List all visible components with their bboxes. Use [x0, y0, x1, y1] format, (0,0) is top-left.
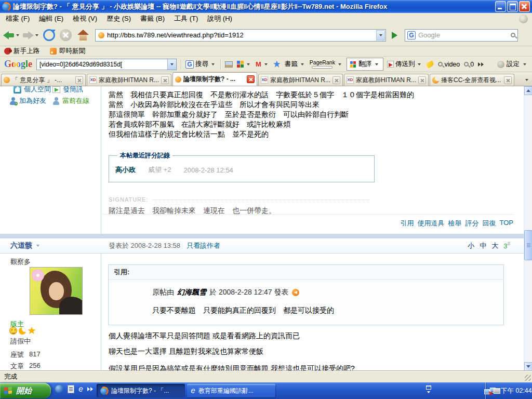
bookmark-latest-news[interactable]: 即時新聞 [50, 47, 85, 56]
resize-grip[interactable] [525, 375, 531, 381]
search-icon[interactable] [511, 33, 515, 37]
menu-view[interactable]: 檢視 (V) [68, 13, 102, 24]
menu-tools[interactable]: 工具 (T) [169, 13, 203, 24]
toolbar-overflow-chevron[interactable] [478, 62, 484, 66]
reload-button[interactable] [43, 29, 55, 41]
user-stat-seat: 座號 817 [10, 350, 41, 360]
find-word-button[interactable]: video [438, 61, 460, 68]
tab-opinion-share[interactable]: 「 意見分享 」 -... [1, 74, 86, 86]
menu-edit[interactable]: 編輯 (E) [34, 13, 68, 24]
google-search-box[interactable]: Google [405, 29, 518, 42]
tab-label: 家庭教師HITMAN R... [270, 76, 330, 85]
address-bar[interactable]: http://bbs.tw789.net/viewthread.php?tid=… [95, 29, 386, 42]
only-author-link[interactable]: 只看該作者 [187, 241, 220, 250]
address-dropdown-button[interactable] [376, 30, 385, 41]
quick-launch-ie-icon[interactable] [78, 385, 83, 393]
maximize-button[interactable] [507, 1, 518, 12]
tab-close-icon[interactable] [161, 76, 169, 84]
font-size-large[interactable]: 大 [491, 241, 498, 250]
status-online: 當前在線 [52, 96, 89, 105]
avatar[interactable] [30, 267, 83, 315]
reply-link[interactable]: 回復 [483, 219, 496, 228]
url-text[interactable]: http://bbs.tw789.net/viewthread.php?tid=… [107, 31, 374, 39]
vertical-scrollbar[interactable] [524, 86, 532, 371]
font-size-medium[interactable]: 中 [480, 241, 486, 250]
post-username[interactable]: 六道骸 [0, 241, 102, 250]
tab-hitman-2[interactable]: 家庭教師HITMAN R... [258, 74, 343, 86]
close-button[interactable] [519, 1, 530, 12]
start-button[interactable]: 開始 [0, 383, 51, 398]
top-link[interactable]: TOP [500, 219, 514, 228]
quick-launch-overflow-chevron[interactable] [87, 387, 93, 391]
google-query-value[interactable]: [video=0]26d6429d69d8315d[ [37, 61, 167, 68]
back-dropdown-icon[interactable] [16, 34, 19, 36]
tab-word-limit-active[interactable]: 論壇限制字數? - ... [172, 72, 257, 86]
gmail-m-icon [256, 60, 261, 68]
tab-close-icon[interactable] [247, 75, 255, 83]
tab-close-icon[interactable] [75, 76, 83, 84]
title-bar: 論壇限制字數? - 「 意見分享 」 - 小政娛樂論壇 -- 寵物‖遊戲‖文學‖… [0, 0, 532, 13]
star-bookmark-button[interactable] [273, 61, 281, 68]
scroll-down-button[interactable] [524, 362, 532, 371]
back-button[interactable] [3, 31, 21, 39]
gtoolbar-settings[interactable]: 設定 [497, 60, 528, 69]
menu-file[interactable]: 檔案 (F) [1, 13, 34, 24]
user-title: 觀察多 [10, 257, 31, 267]
post-text-line: 當然 我相信只要真正想回復 不是敷衍灌水的話 字數要低於５個字 １０個字是相當困… [109, 90, 524, 100]
menu-help[interactable]: 說明 (H) [203, 13, 237, 24]
font-size-small[interactable]: 小 [468, 241, 474, 250]
scroll-up-button[interactable] [524, 86, 532, 95]
menu-bookmarks[interactable]: 書籤 (B) [136, 13, 169, 24]
use-magic-link[interactable]: 使用道具 [418, 219, 445, 228]
link-label: 發簡訊 [63, 86, 83, 94]
tab-close-icon[interactable] [504, 76, 512, 84]
gmail-button[interactable] [256, 60, 269, 68]
link-add-friend[interactable]: + 加為好友 [9, 96, 46, 105]
tab-list-dropdown-button[interactable] [522, 74, 531, 86]
bookmark-getting-started[interactable]: 新手上路 [4, 47, 39, 56]
floor-number[interactable]: 3# [503, 241, 510, 250]
find-count-button[interactable]: 0 [464, 61, 474, 68]
rate-link[interactable]: 評分 [466, 219, 479, 228]
link-send-message[interactable]: 發簡訊 [52, 86, 83, 94]
query-dropdown-button[interactable] [167, 59, 176, 70]
stop-button[interactable] [60, 29, 72, 41]
gtoolbar-bookmarks-button[interactable]: 書籤 [285, 60, 305, 69]
quote-link[interactable]: 引用 [401, 219, 414, 228]
tab-close-icon[interactable] [332, 76, 340, 84]
go-button[interactable] [389, 30, 400, 41]
tab-close-icon[interactable] [418, 76, 426, 84]
star-icon [273, 61, 281, 68]
tab-label: 「 意見分享 」 -... [12, 76, 73, 85]
tab-boke-cc[interactable]: 播客CC-全屏查看视... [430, 74, 514, 86]
tab-favicon [261, 76, 268, 84]
search-placeholder[interactable]: Google [418, 31, 508, 39]
tab-hitman-1[interactable]: 家庭教師HITMAN R... [87, 74, 171, 86]
photos-button[interactable] [225, 61, 233, 68]
send-to-button[interactable]: 傳送到 [387, 60, 423, 69]
translate-button[interactable]: 翻譯 [347, 58, 383, 70]
google-search-button[interactable]: 搜尋 [185, 60, 216, 69]
minimize-button[interactable] [495, 1, 506, 12]
quick-launch-sphere-icon[interactable] [55, 385, 63, 393]
taskbar-toolbar-chevron[interactable] [426, 385, 431, 393]
report-link[interactable]: 檢舉 [448, 219, 462, 228]
taskbar-task-ie[interactable]: 教育部重編國語辭... [187, 384, 275, 397]
taskbar-task-firefox[interactable]: 論壇限制字數? - 「... [97, 384, 185, 397]
link-personal-space[interactable]: 個人空間 [14, 86, 51, 94]
notebook-button[interactable] [237, 61, 251, 68]
highlight-button[interactable] [427, 62, 434, 67]
clock[interactable]: 下午 02:44 [501, 387, 532, 395]
star-icon [28, 327, 36, 335]
menu-history[interactable]: 歷史 (S) [102, 13, 136, 24]
forward-button[interactable] [22, 31, 40, 39]
pagerank-button[interactable]: PageRank [310, 60, 343, 69]
home-button[interactable] [77, 30, 89, 41]
quick-launch-document-icon[interactable] [68, 385, 74, 393]
scrollbar-thumb[interactable] [524, 230, 532, 260]
tab-hitman-3[interactable]: 家庭教師HITMAN R... [344, 74, 429, 86]
rating-user[interactable]: 高小政 [115, 165, 136, 175]
google-query-combobox[interactable]: [video=0]26d6429d69d8315d[ [36, 59, 177, 70]
forward-dropdown-icon[interactable] [35, 34, 38, 36]
goto-quoted-post-icon[interactable] [292, 289, 299, 296]
